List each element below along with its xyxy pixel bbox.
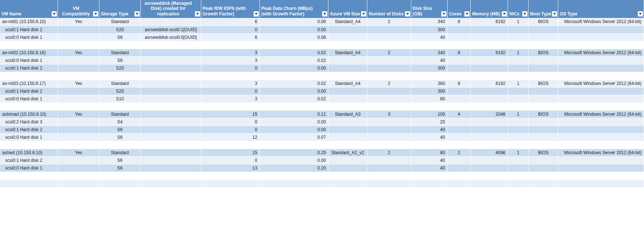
table-cell [201,72,260,79]
table-cell [508,26,528,33]
table-cell [508,72,528,79]
column-header-label: asrseeddisk (Managed Disk) created for r… [142,1,194,17]
table-cell [367,95,411,103]
table-cell: Standard_A4 [328,79,367,87]
table-cell [141,56,201,64]
table-row[interactable] [0,41,644,49]
table-cell: Microsoft Windows Server 2012 (64-bit) [558,18,644,26]
filter-dropdown-icon[interactable] [52,11,57,16]
table-row[interactable]: scsi0:1 Hard disk 2S2000.00300 [0,64,644,72]
table-cell: scsi0:1 Hard disk 2 [0,64,58,72]
filter-dropdown-icon[interactable] [464,11,470,16]
table-cell [201,172,260,179]
table-row[interactable]: scsi0:0 Hard disk 1S6130.2040 [0,164,644,172]
table-cell [529,87,558,95]
filter-dropdown-icon[interactable] [361,11,366,16]
table-row[interactable]: ashimad (10.150.8.10)YesStandard150.11St… [0,110,644,118]
table-cell [367,118,411,126]
table-cell [508,133,528,141]
table-cell [328,41,367,49]
filter-dropdown-icon[interactable] [93,11,98,16]
table-row[interactable]: scsi0:0 Hard disk 1S6asrseeddisk-scsi0:0… [0,33,644,41]
table-cell [471,103,508,110]
table-cell [448,156,471,164]
table-cell [58,103,99,110]
filter-dropdown-icon[interactable] [522,11,527,16]
table-row[interactable]: scsi0:1 Hard disk 2S600.0040 [0,156,644,164]
table-cell [328,95,367,103]
table-cell: Microsoft Windows Server 2012 (64-bit) [558,49,644,56]
table-cell [99,179,141,187]
filter-dropdown-icon[interactable] [254,11,259,16]
table-cell: scsi0:2 Hard disk 3 [0,118,58,126]
column-header-label: OS Type [560,11,577,17]
table-row[interactable] [0,141,644,149]
table-cell: 0.07 [260,133,328,141]
column-header: OS Type [558,0,644,18]
column-header: Storage Type [99,0,141,18]
filter-dropdown-icon[interactable] [135,11,140,16]
table-row[interactable]: scsi0:1 Hard disk 2S2000.00300 [0,87,644,95]
table-cell [99,141,141,149]
table-cell [141,133,201,141]
table-cell: S6 [99,56,141,64]
vm-table: VM NameVM CompatibilityStorage Typeasrse… [0,0,644,187]
table-cell [328,72,367,79]
table-cell [260,72,328,79]
filter-dropdown-icon[interactable] [552,11,557,16]
filter-dropdown-icon[interactable] [441,11,446,16]
table-row[interactable]: an-mt01 (10.150.8.10)YesStandard60.06Sta… [0,18,644,26]
filter-dropdown-icon[interactable] [638,11,643,16]
table-row[interactable] [0,103,644,110]
table-cell [201,179,260,187]
table-cell [328,172,367,179]
table-cell [0,41,58,49]
table-cell [99,103,141,110]
table-row[interactable]: an-mt03 (10.150.8.17)YesStandard30.02Sta… [0,79,644,87]
table-cell: 1 [508,79,528,87]
table-cell [471,126,508,133]
table-cell: Standard [99,18,141,26]
table-row[interactable]: an-mt02 (10.150.8.16)YesStandard30.02Sta… [0,49,644,56]
filter-dropdown-icon[interactable] [195,11,200,16]
table-cell: an-mt01 (10.150.8.10) [0,18,58,26]
table-row[interactable] [0,72,644,79]
table-cell [448,26,471,33]
table-cell [260,103,328,110]
table-cell: 40 [411,133,447,141]
column-header-label: Memory (MB) [472,11,500,17]
table-row[interactable]: scsi0:1 Hard disk 2S600.0040 [0,126,644,133]
table-cell [58,72,99,79]
table-cell [558,87,644,95]
table-cell [411,141,447,149]
filter-dropdown-icon[interactable] [502,11,507,16]
table-cell [0,141,58,149]
table-cell [411,172,447,179]
table-cell: 80 [411,149,447,156]
table-row[interactable]: scsi0:0 Hard disk 1S1030.0280 [0,95,644,103]
table-cell: 340 [411,49,447,56]
table-cell [471,133,508,141]
table-cell [141,103,201,110]
table-cell: Standard_A4 [328,18,367,26]
table-cell [58,133,99,141]
filter-dropdown-icon[interactable] [322,11,327,16]
table-cell [508,179,528,187]
column-header-label: Boot Type [530,11,551,17]
table-row[interactable]: scsi0:0 Hard disk 1S6120.0740 [0,133,644,141]
table-cell: Microsoft Windows Server 2012 (64-bit) [558,149,644,156]
table-row[interactable]: scsi0:2 Hard disk 3S400.0020 [0,118,644,126]
filter-dropdown-icon[interactable] [405,11,410,16]
table-row[interactable] [0,172,644,179]
table-row[interactable]: ashwd (10.150.8.10)YesStandard150.25Stan… [0,149,644,156]
table-cell: 2 [448,149,471,156]
table-row[interactable] [0,179,644,187]
table-cell [448,126,471,133]
table-cell [141,18,201,26]
table-cell [141,156,201,164]
table-cell [558,95,644,103]
table-cell [411,103,447,110]
table-row[interactable]: scsi0:1 Hard disk 2S20asrseeddisk-scsi0:… [0,26,644,33]
table-cell [328,126,367,133]
table-row[interactable]: scsi0:0 Hard disk 1S630.0240 [0,56,644,64]
